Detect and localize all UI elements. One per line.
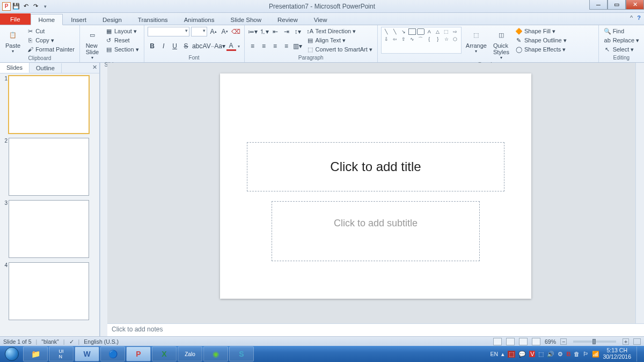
shape-arrow-icon[interactable]: ⬚ [443,28,450,35]
notes-pane[interactable]: Click to add notes [107,323,644,336]
font-color-button[interactable]: A [226,41,236,51]
tray-app-icon[interactable]: B [566,351,570,357]
copy-button[interactable]: ⎘Copy ▾ [25,36,76,45]
arrange-button[interactable]: ⬚ Arrange▾ [464,27,489,55]
save-icon[interactable]: 💾 [12,2,20,11]
columns-button[interactable]: ▥▾ [293,41,303,51]
align-center-button[interactable]: ≡ [259,41,269,51]
clear-formatting-button[interactable]: ⌫ [231,27,241,36]
status-spellcheck-icon[interactable]: ✓ [69,338,74,345]
reading-view-button[interactable] [519,338,528,345]
cut-button[interactable]: ✂Cut [25,27,76,35]
tray-app-icon[interactable]: 🗑 [574,351,580,357]
shape-brace-icon[interactable]: } [434,36,442,42]
tray-clock[interactable]: 5:13 CH 30/12/2016 [603,348,631,360]
taskbar-unikey-button[interactable]: UIN [49,346,74,361]
show-desktop-button[interactable] [636,346,642,361]
italic-button[interactable]: I [159,41,169,51]
layout-button[interactable]: ▦Layout ▾ [104,27,141,35]
tray-language[interactable]: EN [491,351,499,357]
increase-indent-button[interactable]: ⇥ [282,27,291,36]
line-spacing-button[interactable]: ↕▾ [293,27,303,36]
panel-scrollbar[interactable] [100,63,107,336]
tray-app-icon[interactable]: 💬 [518,351,526,358]
strikethrough-button[interactable]: S [181,41,191,51]
tab-review[interactable]: Review [269,14,306,25]
shape-brace-icon[interactable]: { [426,36,433,42]
sorter-view-button[interactable] [506,338,515,345]
status-language[interactable]: English (U.S.) [84,338,119,345]
panel-tab-outline[interactable]: Outline [30,63,62,73]
shape-arrow-icon[interactable]: ⇧ [400,36,407,42]
shape-arrow-icon[interactable]: △ [434,28,442,35]
bold-button[interactable]: B [148,41,157,51]
font-name-combo[interactable] [148,27,189,36]
font-size-combo[interactable] [191,27,207,36]
zoom-slider[interactable] [573,341,616,343]
slide-thumbnail[interactable]: 4 [3,262,92,320]
format-painter-button[interactable]: 🖌Format Painter [25,45,76,54]
tray-action-center-icon[interactable]: 🏳 [583,351,589,357]
canvas-scrollbar[interactable] [635,63,644,323]
decrease-indent-button[interactable]: ⇤ [270,27,280,36]
zoom-in-button[interactable]: + [623,338,629,345]
align-left-button[interactable]: ≡ [248,41,258,51]
bullets-button[interactable]: ≔▾ [248,27,258,36]
grow-font-button[interactable]: A▴ [209,27,218,36]
shape-line-icon[interactable]: ╲ [383,28,390,35]
tab-animations[interactable]: Animations [176,14,223,25]
shadow-button[interactable]: abc [193,41,202,51]
shape-textbox-icon[interactable]: A [426,28,433,35]
replace-button[interactable]: abReplace ▾ [602,36,641,45]
shape-star-icon[interactable]: ☆ [443,36,450,42]
fit-to-window-button[interactable] [633,338,641,345]
tab-view[interactable]: View [306,14,335,25]
shape-arrow-icon[interactable]: ⇦ [391,36,399,42]
shape-fill-button[interactable]: 🔶Shape Fill ▾ [514,27,568,35]
help-icon[interactable]: ? [637,14,641,21]
numbering-button[interactable]: ⒈▾ [259,27,269,36]
shrink-font-button[interactable]: A▾ [220,27,230,36]
shape-line-icon[interactable]: ╲ [391,28,399,35]
char-spacing-button[interactable]: AV↔ [204,41,214,51]
text-direction-button[interactable]: ↕AText Direction ▾ [305,27,374,35]
tray-app-icon[interactable]: V [529,351,535,357]
tab-design[interactable]: Design [94,14,130,25]
tab-insert[interactable]: Insert [63,14,94,25]
maximize-button[interactable]: ▭ [608,0,626,10]
qat-more-icon[interactable]: ▾ [41,2,49,11]
minimize-button[interactable]: ─ [589,0,608,10]
taskbar-zalo-button[interactable]: Zalo [178,346,202,361]
start-button[interactable] [1,346,23,362]
minimize-ribbon-icon[interactable]: ^ [630,14,633,21]
shape-arrow-icon[interactable]: ⇩ [383,36,390,42]
align-right-button[interactable]: ≡ [270,41,280,51]
align-text-button[interactable]: ▤Align Text ▾ [305,36,374,45]
quick-styles-button[interactable]: ◫ Quick Styles▾ [491,27,511,61]
slide-thumbnail[interactable]: 3 [3,200,92,258]
title-placeholder[interactable]: Click to add title [247,142,504,191]
shape-curve-icon[interactable]: ⌒ [417,36,425,42]
shape-curve-icon[interactable]: ∿ [408,36,416,42]
taskbar-chrome-button[interactable]: 🔵 [100,346,125,361]
taskbar-skype-button[interactable]: S [229,346,254,361]
tray-app-icon[interactable]: ⬚ [508,351,515,358]
tray-show-hidden-icon[interactable]: ▴ [501,351,504,358]
panel-close-icon[interactable]: ✕ [92,64,97,71]
zoom-level[interactable]: 69% [545,338,556,345]
normal-view-button[interactable] [493,338,502,345]
justify-button[interactable]: ≡ [282,41,291,51]
shape-connector-icon[interactable]: ↘ [400,28,407,35]
reset-button[interactable]: ↺Reset [104,36,141,45]
shape-rect-icon[interactable] [417,28,425,35]
convert-smartart-button[interactable]: ⬚Convert to SmartArt ▾ [305,45,374,54]
slide-thumbnail[interactable]: 1 [3,76,92,134]
undo-icon[interactable]: ↶ [21,2,30,11]
tray-app-icon[interactable]: ⚙ [558,351,563,358]
tab-file[interactable]: File [0,13,31,25]
new-slide-button[interactable]: ▭ New Slide ▾ [83,27,101,61]
taskbar-explorer-button[interactable]: 📁 [23,346,48,361]
zoom-out-button[interactable]: − [560,338,567,345]
taskbar-word-button[interactable]: W [75,346,99,361]
tray-network-icon[interactable]: 📶 [592,351,599,358]
